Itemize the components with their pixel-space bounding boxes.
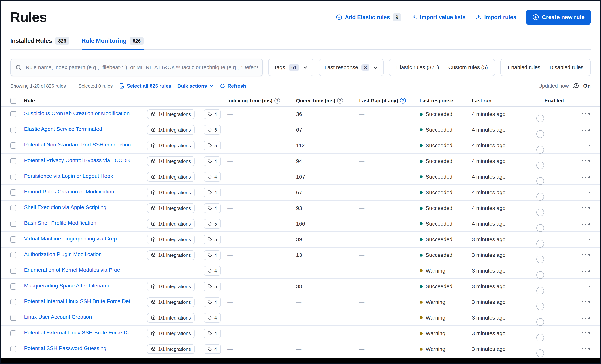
rule-name-link[interactable]: Persistence via Login or Logout Hook [24, 173, 113, 179]
rule-name-link[interactable]: Potential Privacy Control Bypass via TCC… [24, 157, 134, 164]
row-actions-menu-button[interactable] [581, 317, 600, 319]
integrations-badge[interactable]: 1/1 integrations [147, 344, 195, 354]
tags-badge[interactable]: 6 [204, 125, 221, 135]
select-all-checkbox[interactable] [10, 98, 16, 104]
row-checkbox[interactable] [10, 189, 16, 196]
integrations-badge[interactable]: 1/1 integrations [147, 282, 195, 291]
integrations-badge[interactable]: 1/1 integrations [147, 188, 195, 197]
enabled-rules-filter[interactable]: Enabled rules [503, 64, 545, 70]
auto-refresh-clock-icon[interactable] [572, 82, 579, 89]
rule-name-link[interactable]: Masquerading Space After Filename [24, 283, 110, 289]
column-last-gap[interactable]: Last Gap (if any) ? [359, 98, 420, 104]
tags-badge[interactable]: 4 [204, 109, 221, 119]
row-checkbox[interactable] [10, 158, 16, 164]
integrations-badge[interactable]: 1/1 integrations [147, 219, 195, 229]
row-actions-menu-button[interactable] [581, 145, 600, 147]
row-checkbox[interactable] [10, 268, 16, 274]
row-checkbox[interactable] [10, 346, 16, 352]
row-actions-menu-button[interactable] [581, 348, 600, 350]
column-last-response[interactable]: Last response [420, 98, 472, 104]
row-actions-menu-button[interactable] [581, 223, 600, 225]
row-checkbox[interactable] [10, 127, 16, 133]
column-query-time[interactable]: Query Time (ms) ? [296, 98, 359, 104]
row-checkbox[interactable] [10, 283, 16, 290]
import-rules-button[interactable]: Import rules [475, 14, 516, 20]
column-rule[interactable]: Rule [24, 98, 147, 104]
rule-name-link[interactable]: Potential Non-Standard Port SSH connecti… [24, 142, 131, 148]
tab-installed-rules[interactable]: Installed Rules 826 [10, 37, 69, 50]
tags-badge[interactable]: 4 [204, 344, 221, 354]
row-actions-menu-button[interactable] [581, 333, 600, 334]
tags-badge[interactable]: 4 [204, 250, 221, 260]
bulk-actions-button[interactable]: Bulk actions [177, 83, 214, 89]
tags-badge[interactable]: 4 [204, 297, 221, 307]
integrations-badge[interactable]: 1/1 integrations [147, 235, 195, 244]
add-elastic-rules-button[interactable]: Add Elastic rules 9 [336, 13, 401, 21]
help-icon[interactable]: ? [400, 98, 406, 104]
tags-badge[interactable]: 4 [204, 266, 221, 275]
integrations-badge[interactable]: 1/1 integrations [147, 329, 195, 338]
tags-badge[interactable]: 4 [204, 313, 221, 323]
column-enabled[interactable]: Enabled ↓ [544, 98, 581, 104]
integrations-badge[interactable]: 1/1 integrations [147, 250, 195, 260]
integrations-badge[interactable]: 1/1 integrations [147, 157, 195, 166]
row-actions-menu-button[interactable] [581, 129, 600, 131]
rule-name-link[interactable]: Shell Execution via Apple Scripting [24, 204, 106, 210]
row-actions-menu-button[interactable] [581, 270, 600, 272]
tags-badge[interactable]: 4 [204, 188, 221, 197]
rule-name-link[interactable]: Virtual Machine Fingerprinting via Grep [24, 236, 117, 242]
row-checkbox[interactable] [10, 174, 16, 180]
last-response-filter-button[interactable]: Last response 3 [319, 59, 384, 76]
tags-filter-button[interactable]: Tags 61 [268, 59, 313, 76]
row-actions-menu-button[interactable] [581, 238, 600, 240]
help-icon[interactable]: ? [337, 98, 343, 104]
integrations-badge[interactable]: 1/1 integrations [147, 172, 195, 182]
help-icon[interactable]: ? [274, 98, 280, 104]
tags-badge[interactable]: 4 [204, 157, 221, 166]
refresh-button[interactable]: Refresh [220, 83, 246, 89]
rule-name-link[interactable]: Authorization Plugin Modification [24, 251, 102, 257]
row-checkbox[interactable] [10, 221, 16, 227]
tags-badge[interactable]: 4 [204, 172, 221, 182]
tags-badge[interactable]: 5 [204, 219, 221, 229]
rule-name-link[interactable]: Potential SSH Password Guessing [24, 345, 106, 351]
row-actions-menu-button[interactable] [581, 285, 600, 287]
disabled-rules-filter[interactable]: Disabled rules [545, 64, 588, 70]
column-last-run[interactable]: Last run [472, 98, 544, 104]
row-actions-menu-button[interactable] [581, 160, 600, 162]
tags-badge[interactable]: 5 [204, 141, 221, 150]
rule-name-link[interactable]: Elastic Agent Service Terminated [24, 126, 102, 132]
row-actions-menu-button[interactable] [581, 192, 600, 193]
create-new-rule-button[interactable]: Create new rule [526, 10, 591, 25]
rule-name-link[interactable]: Potential External Linux SSH Brute Force… [24, 330, 135, 336]
select-all-rules-button[interactable]: Select all 826 rules [119, 83, 171, 89]
elastic-rules-filter[interactable]: Elastic rules (821) [392, 64, 444, 70]
rule-search-box[interactable] [10, 59, 263, 76]
import-value-lists-button[interactable]: Import value lists [411, 14, 466, 20]
row-checkbox[interactable] [10, 236, 16, 243]
rule-name-link[interactable]: Potential Internal Linux SSH Brute Force… [24, 298, 135, 305]
row-checkbox[interactable] [10, 111, 16, 117]
row-actions-menu-button[interactable] [581, 301, 600, 303]
column-indexing-time[interactable]: Indexing Time (ms) ? [227, 98, 296, 104]
row-actions-menu-button[interactable] [581, 254, 600, 256]
rule-name-link[interactable]: Emond Rules Creation or Modification [24, 189, 114, 195]
tags-badge[interactable]: 5 [204, 282, 221, 291]
rule-name-link[interactable]: Suspicious CronTab Creation or Modificat… [24, 110, 130, 117]
row-checkbox[interactable] [10, 252, 16, 258]
row-actions-menu-button[interactable] [581, 207, 600, 209]
integrations-badge[interactable]: 1/1 integrations [147, 125, 195, 135]
tab-rule-monitoring[interactable]: Rule Monitoring 826 [81, 37, 144, 50]
tags-badge[interactable]: 5 [204, 235, 221, 244]
integrations-badge[interactable]: 1/1 integrations [147, 109, 195, 119]
integrations-badge[interactable]: 1/1 integrations [147, 203, 195, 213]
custom-rules-filter[interactable]: Custom rules (5) [444, 64, 492, 70]
row-checkbox[interactable] [10, 330, 16, 336]
tags-badge[interactable]: 4 [204, 329, 221, 338]
row-checkbox[interactable] [10, 299, 16, 305]
tags-badge[interactable]: 4 [204, 203, 221, 213]
rule-search-input[interactable] [26, 64, 258, 70]
rule-name-link[interactable]: Bash Shell Profile Modification [24, 220, 96, 226]
row-actions-menu-button[interactable] [581, 176, 600, 178]
row-actions-menu-button[interactable] [581, 113, 600, 115]
